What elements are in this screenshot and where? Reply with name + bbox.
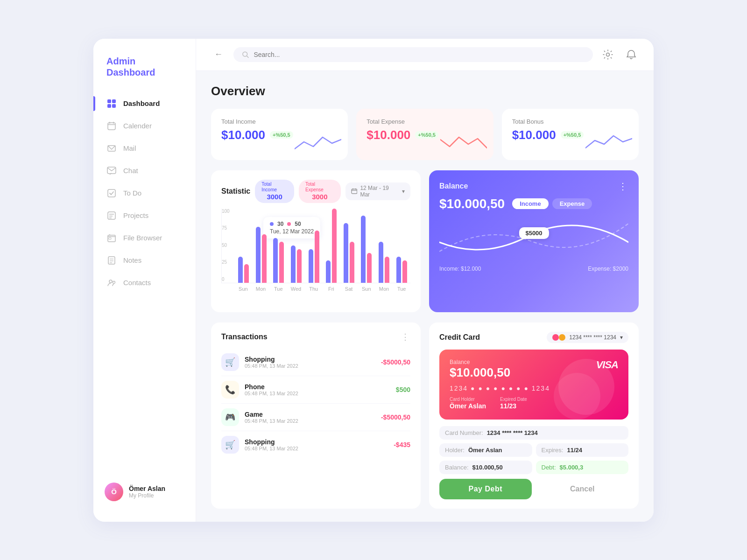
expense-chart (440, 130, 487, 154)
card-actions: Pay Debt Cancel (439, 479, 628, 499)
svg-rect-9 (107, 167, 116, 174)
back-button[interactable]: ← (211, 47, 226, 62)
middle-row: Statistic Total Income 3000 Total Expens… (211, 170, 639, 312)
sidebar-item-notes[interactable]: Notes (93, 250, 196, 271)
svg-rect-4 (108, 123, 115, 130)
sidebar-item-calendar[interactable]: Calender (93, 115, 196, 137)
logo-line1: Admin (106, 56, 183, 67)
user-role: My Profile (129, 492, 165, 499)
sidebar-item-label-todo: To Do (123, 189, 141, 197)
balance-expense-tab[interactable]: Expense (552, 198, 592, 209)
projects-icon (106, 210, 117, 221)
bar-chart: 30 50 Tue, 12 Mar 2022 1007550250 (221, 209, 410, 303)
dashboard-icon (106, 98, 117, 109)
day-group-5 (323, 209, 340, 283)
stat-card-income: Total Income $10.000 +%50,5 (211, 109, 348, 160)
balance-tooltip: $5000 (519, 227, 549, 239)
calendar-icon (106, 121, 117, 131)
day-group-8 (375, 209, 393, 283)
card-balance-row: Balance: $10.000,50 (439, 461, 532, 474)
card-selector-number: 1234 **** **** 1234 (569, 334, 616, 341)
svg-rect-11 (108, 189, 115, 197)
card-number-row: Card Number: 1234 **** **** 1234 (439, 426, 628, 440)
avatar: Ö (105, 483, 123, 501)
sidebar-item-dashboard[interactable]: Dashboard (93, 93, 196, 114)
svg-rect-0 (107, 99, 111, 103)
sidebar-item-filebrowser[interactable]: File Browser (93, 227, 196, 249)
content: Overview Total Income $10.000 +%50,5 (196, 71, 654, 522)
transactions-header: Transactions ⋮ (221, 332, 410, 342)
balance-title: Balance (439, 182, 468, 190)
svg-point-22 (109, 280, 112, 283)
card-holder-info: Card Holder Ömer Aslan (450, 397, 486, 410)
svg-point-26 (606, 53, 610, 56)
search-icon (242, 51, 249, 58)
txn-amount-0: -$5000,50 (381, 358, 410, 366)
sidebar-item-label-contacts: Contacts (123, 279, 151, 287)
balance-header: Balance ⋮ (439, 181, 628, 192)
day-group-0 (235, 209, 253, 283)
pay-debt-button[interactable]: Pay Debt (439, 479, 532, 499)
sidebar-item-label-dashboard: Dashboard (123, 99, 160, 107)
y-axis: 1007550250 (222, 209, 234, 283)
sidebar-item-todo[interactable]: To Do (93, 182, 196, 204)
topbar-icons (600, 47, 639, 62)
sidebar-item-projects[interactable]: Projects (93, 205, 196, 226)
transactions-more-icon[interactable]: ⋮ (401, 332, 410, 342)
income-pill: Total Income 3000 (255, 180, 294, 203)
expense-pill: Total Expense 3000 (299, 180, 341, 203)
day-group-1 (253, 209, 270, 283)
sidebar-item-label-filebrowser: File Browser (123, 234, 162, 242)
filebrowser-icon (106, 233, 117, 243)
visa-logo: VISA (596, 359, 618, 371)
txn-icon-0: 🛒 (221, 353, 239, 371)
sidebar-item-chat[interactable]: Chat (93, 160, 196, 182)
svg-rect-2 (107, 104, 111, 108)
txn-info-2: Game 05:48 PM, 13 Mar 2022 (245, 411, 375, 424)
credit-title: Credit Card (439, 333, 480, 342)
contacts-icon (106, 278, 117, 288)
transactions-card: Transactions ⋮ 🛒 Shopping 05:48 PM, 13 M… (211, 322, 421, 509)
sidebar-item-mail[interactable]: Mail (93, 138, 196, 159)
balance-income-tab[interactable]: Income (512, 198, 549, 209)
day-group-6 (340, 209, 358, 283)
cancel-button[interactable]: Cancel (536, 479, 629, 499)
txn-amount-3: -$435 (394, 441, 410, 448)
bonus-label: Total Bonus (512, 118, 628, 125)
balance-expense-label: Expense: $2000 (588, 266, 628, 272)
stat-card-bonus: Total Bonus $10.000 +%50,5 (502, 109, 639, 160)
card-debt-row: Debt: $5.000,3 (536, 461, 629, 474)
transaction-item: 📞 Phone 05:48 PM, 13 Mar 2022 $500 (221, 376, 410, 404)
main-panel: ← Overview (196, 39, 654, 522)
bell-icon[interactable] (624, 47, 639, 62)
txn-icon-1: 📞 (221, 381, 239, 399)
sidebar: Admin Dashboard Dashboard Calender (93, 39, 196, 522)
card-selector-chevron: ▾ (620, 334, 623, 341)
balance-more-icon[interactable]: ⋮ (618, 181, 628, 192)
sidebar-footer[interactable]: Ö Ömer Aslan My Profile (93, 473, 196, 511)
bar-labels: Sun Mon Tue Wed Thu Fri Sat Sun Mon Tue (221, 283, 410, 292)
stat-card-expense: Total Expense $10.000 +%50,5 (356, 109, 493, 160)
txn-info-1: Phone 05:48 PM, 13 Mar 2022 (245, 383, 390, 396)
svg-rect-3 (112, 104, 116, 108)
statistic-card: Statistic Total Income 3000 Total Expens… (211, 170, 421, 312)
sidebar-item-contacts[interactable]: Contacts (93, 272, 196, 294)
transactions-title: Transactions (221, 333, 268, 341)
visa-number: 1234 ● ● ● ● ● ● ● ● 1234 (450, 385, 618, 392)
expense-badge: +%50,5 (415, 131, 438, 139)
credit-card-section: Credit Card 1234 **** **** 1234 ▾ (429, 322, 639, 509)
visa-balance-label: Balance (450, 359, 618, 365)
card-selector[interactable]: 1234 **** **** 1234 ▾ (547, 332, 628, 343)
txn-amount-2: -$5000,50 (381, 413, 410, 421)
txn-icon-3: 🛒 (221, 436, 239, 454)
search-input[interactable] (254, 51, 585, 58)
card-expiry-info: Expired Date 11/23 (500, 397, 527, 410)
settings-icon[interactable] (600, 47, 615, 62)
balance-chart: $5000 (439, 219, 628, 261)
sidebar-item-label-notes: Notes (123, 256, 141, 264)
date-range[interactable]: 12 Mar - 19 Mar ▾ (345, 182, 410, 200)
visa-card: Balance $10.000,50 VISA 1234 ● ● ● ● ● ●… (439, 350, 628, 420)
svg-point-23 (113, 281, 115, 283)
card-expires-row: Expires: 11/24 (536, 443, 629, 457)
sidebar-nav: Dashboard Calender Mail Ch (93, 93, 196, 473)
